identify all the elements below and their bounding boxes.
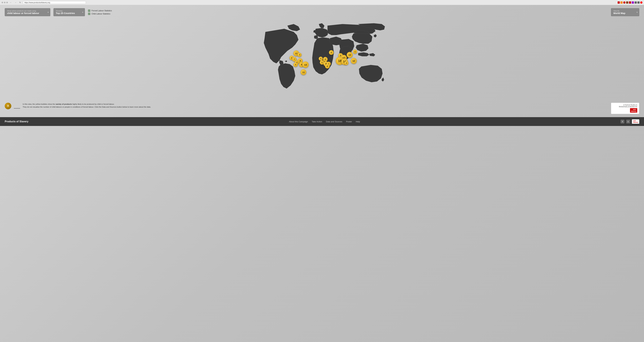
- credit-line1: A Tactical Studios &: [613, 104, 637, 106]
- show-where-value: child labour or forced labour: [7, 12, 48, 14]
- map-bubble-b10[interactable]: 11: [300, 69, 306, 75]
- info-bubble-icon: X: [5, 103, 11, 109]
- view-as-value: World Map: [613, 12, 637, 14]
- view-as-arrow: ▾: [636, 11, 638, 13]
- toolbar-icon-1: [618, 2, 620, 4]
- map-bubble-b16[interactable]: 8: [325, 64, 330, 68]
- main-content: Show where products are made using child…: [0, 5, 644, 342]
- logo-anti: anti-: [633, 109, 636, 110]
- child-labour-checkbox[interactable]: ✓ Child Labour Statistics: [88, 13, 112, 15]
- info-line1-start: In this view, the yellow bubbles show th…: [23, 103, 56, 105]
- view-as-label: View As: [613, 10, 637, 12]
- map-bubble-b24[interactable]: 12: [351, 58, 357, 64]
- browser-toolbar-right: [618, 2, 642, 4]
- map-bubble-b9[interactable]: 13: [302, 62, 309, 68]
- logo-slavery: slavery: [631, 110, 636, 112]
- forced-labour-checkbox[interactable]: ✓ Forced Labour Statistics: [88, 10, 112, 12]
- footer-logo-anti: anti-slavery: [633, 120, 638, 123]
- info-line2: They do not visualise the number of chil…: [23, 106, 151, 108]
- world-map-wrapper: 116748468131184597889131814412126: [256, 19, 388, 95]
- view-as-dropdown[interactable]: View As World Map ▾: [611, 8, 639, 16]
- child-labour-label: Child Labour Statistics: [92, 13, 110, 15]
- refresh-button[interactable]: ↻: [18, 1, 22, 4]
- toolbar-icon-2: [620, 2, 622, 4]
- twitter-icon[interactable]: t: [626, 120, 630, 124]
- toolbar-icon-7: [634, 2, 637, 4]
- info-text: In this view, the yellow bubbles show th…: [23, 103, 608, 108]
- footer-nav-item[interactable]: Data and Sources: [326, 120, 342, 123]
- footer-nav: About this CampaignTake ActionData and S…: [33, 120, 616, 123]
- statistics-checkboxes: ✓ Forced Labour Statistics ✓ Child Labou…: [88, 8, 112, 16]
- toolbar-icon-3: [623, 2, 626, 4]
- show-where-label: Show where products are made using: [7, 10, 48, 12]
- toolbar-icon-5: [629, 2, 631, 4]
- info-line-separator: [14, 108, 20, 108]
- show-where-arrow: ▾: [48, 11, 48, 13]
- map-container: 116748468131184597889131814412126: [0, 19, 644, 98]
- back-button[interactable]: ←: [9, 1, 12, 4]
- map-bubble-b4[interactable]: 4: [298, 53, 302, 57]
- forward-button[interactable]: →: [14, 1, 17, 4]
- toolbar-icon-9: [640, 2, 642, 4]
- bubbles-container: 116748468131184597889131814412126: [256, 19, 388, 95]
- tactical-credit: A Tactical Studios & MediaShala producti…: [611, 103, 639, 114]
- url-bar[interactable]: [23, 1, 86, 4]
- browser-chrome: ← → ↻: [0, 0, 644, 5]
- toolbar-icon-8: [638, 2, 640, 4]
- map-bubble-b22[interactable]: 4: [344, 61, 348, 65]
- credit-line2: MediaShala production for: [613, 106, 637, 108]
- forced-labour-label: Forced Labour Statistics: [92, 10, 112, 12]
- footer-nav-item[interactable]: Poster: [346, 120, 352, 123]
- footer-social: f t anti-slavery: [620, 119, 639, 124]
- anti-slavery-footer-logo: anti-slavery: [632, 119, 639, 124]
- map-bubble-b23[interactable]: 12: [347, 52, 353, 58]
- showing-value: Top 25 Countries: [56, 12, 82, 14]
- show-where-dropdown[interactable]: Show where products are made using child…: [5, 8, 50, 16]
- showing-arrow: ▾: [82, 11, 83, 13]
- footer-nav-item[interactable]: Help: [356, 120, 360, 123]
- map-bubble-b17[interactable]: 8: [329, 50, 334, 55]
- child-labour-checkbox-box: ✓: [88, 13, 90, 15]
- browser-dots: [2, 2, 8, 3]
- info-bar: X In this view, the yellow bubbles show …: [0, 101, 644, 116]
- showing-label: Showing: [56, 10, 82, 12]
- info-line1-end: highly likely to be produced by child or…: [72, 103, 114, 105]
- footer-nav-item[interactable]: Take Action: [312, 120, 322, 123]
- map-bubble-b7[interactable]: 6: [294, 62, 298, 67]
- info-line1-bold: variety of products: [56, 103, 72, 105]
- facebook-icon[interactable]: f: [620, 120, 624, 124]
- footer-nav-item[interactable]: About this Campaign: [289, 120, 308, 123]
- showing-dropdown[interactable]: Showing Top 25 Countries ▾: [54, 8, 85, 16]
- toolbar-icon-4: [626, 2, 628, 4]
- footer: Products of Slavery About this CampaignT…: [0, 117, 644, 126]
- toolbar-icon-6: [632, 2, 634, 4]
- forced-labour-checkbox-box: ✓: [88, 10, 90, 12]
- footer-brand: Products of Slavery: [5, 120, 28, 123]
- map-bubble-b25[interactable]: 6: [353, 50, 357, 54]
- anti-slavery-logo: anti-slavery: [630, 108, 637, 112]
- controls-bar: Show where products are made using child…: [0, 5, 644, 19]
